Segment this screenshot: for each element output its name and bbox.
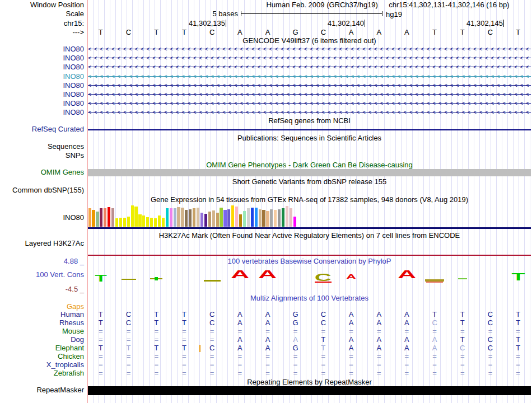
refseq-track-title[interactable]: RefSeq genes from NCBI [88,117,531,125]
multiz-gaps-label[interactable]: Gaps [67,303,84,311]
track-label-common-dbsnp[interactable]: Common dbSNP(155) [12,186,84,194]
multiz-aligned-base: = [460,327,465,335]
gencode-row-label[interactable]: INO80 [63,63,84,71]
track-label-100-vert-cons[interactable]: 100 Vert. Cons [36,271,84,279]
gtex-tissue-bar [189,209,192,227]
repeatmasker-element-bar[interactable] [88,386,531,395]
multiz-species-label[interactable]: Zebrafish [54,369,84,377]
multiz-aligned-base: A [293,336,298,343]
phylop-dash-glyph [426,282,443,283]
dna-base-letter: T [154,29,158,36]
gtex-tissue-bar [274,210,277,227]
multiz-species-label[interactable]: Mouse [62,327,84,335]
gencode-row-label[interactable]: INO80 [63,91,84,99]
multiz-aligned-base: = [460,369,465,377]
multiz-aligned-base: A [237,336,242,343]
phylop-letter: C [315,274,332,281]
multiz-aligned-base: T [321,336,325,343]
dna-base-letter: C [321,29,326,36]
chrom-label: chr15: [64,20,84,27]
gtex-gene-model-line[interactable] [88,227,531,229]
refseq-curated-gene-line[interactable] [88,129,531,130]
track-label-snps[interactable]: SNPs [66,152,84,160]
gencode-row-label[interactable]: INO80 [63,109,84,116]
dna-base-letter: A [349,29,354,36]
gencode-row-label[interactable]: INO80 [63,45,84,53]
window-position-label: Window Position [30,1,84,9]
gencode-row-label[interactable]: INO80 [63,100,84,107]
publications-track-title[interactable]: Publications: Sequences in Scientific Ar… [88,134,531,142]
gencode-track-title[interactable]: GENCODE V49lift37 (6 items filtered out) [88,37,531,45]
gtex-tissue-bar [293,217,296,227]
multiz-species-label[interactable]: Dog [71,336,84,344]
multiz-aligned-base: = [377,361,381,368]
scale-label: Scale [66,10,84,18]
gtex-tissue-bar [220,208,222,227]
dbsnp-track-title[interactable]: Short Genetic Variants from dbSNP releas… [88,178,531,186]
gtex-track-title[interactable]: Gene Expression in 54 tissues from GTEx … [88,196,531,204]
gtex-tissue-bar [251,208,254,227]
multiz-aligned-base: = [405,353,409,360]
gencode-transcript-row[interactable]: <<<<<<<<<<<<<<<<<<<<<<<<<<<<<<<<<<<<<<<<… [88,82,531,89]
gencode-transcript-row[interactable]: <<<<<<<<<<<<<<<<<<<<<<<<<<<<<<<<<<<<<<<<… [88,73,531,80]
multiz-aligned-base: A [376,311,381,318]
h3k27ac-track-title[interactable]: H3K27Ac Mark (Often Found Near Active Re… [88,232,531,240]
gencode-transcript-row[interactable]: <<<<<<<<<<<<<<<<<<<<<<<<<<<<<<<<<<<<<<<<… [88,91,531,98]
track-label-gtex-gene[interactable]: INO80 [63,214,84,222]
omim-track-title[interactable]: OMIM Gene Phenotypes - Dark Green Can Be… [88,161,531,169]
phylop-letter: A [258,270,277,278]
repeatmasker-track-title[interactable]: Repeating Elements by RepeatMasker [88,378,531,386]
multiz-aligned-base: = [154,327,158,335]
gtex-tissue-bar [115,218,118,227]
gtex-tissue-bar [100,208,102,227]
gencode-row-label[interactable]: INO80 [63,82,84,90]
multiz-aligned-base: = [321,369,326,377]
track-label-omim-genes[interactable]: OMIM Genes [41,168,84,176]
multiz-aligned-base: C [209,311,214,318]
multiz-track-title[interactable]: Multiz Alignments of 100 Vertebrates [88,294,531,302]
multiz-aligned-base: A [432,336,437,343]
multiz-aligned-base: = [237,353,242,360]
multiz-aligned-base: = [405,369,409,377]
gtex-tissue-bar [104,208,106,227]
multiz-species-label[interactable]: Chicken [58,353,84,360]
position-tick-mark [503,20,504,27]
multiz-aligned-base: = [237,361,242,368]
multiz-aligned-base: A [432,344,437,352]
track-label-sequences[interactable]: Sequences [48,143,84,151]
multiz-species-label[interactable]: X_tropicalis [46,361,84,369]
gencode-transcript-row[interactable]: <<<<<<<<<<<<<<<<<<<<<<<<<<<<<<<<<<<<<<<<… [88,55,531,62]
multiz-species-label[interactable]: Rhesus [59,319,84,327]
gtex-tissue-bar [270,209,273,227]
omim-gene-bar[interactable] [88,169,531,176]
multiz-aligned-base: = [182,369,186,377]
multiz-aligned-base: = [154,353,158,360]
gtex-tissue-bar [227,209,230,227]
multiz-aligned-base: = [293,327,298,335]
multiz-aligned-base: = [182,361,186,368]
track-label-layered-h3k27ac[interactable]: Layered H3K27Ac [25,240,84,247]
gencode-transcript-row[interactable]: <<<<<<<<<<<<<<<<<<<<<<<<<<<<<<<<<<<<<<<<… [88,109,531,116]
h3k27ac-baseline[interactable] [88,255,531,256]
gencode-transcript-row[interactable]: <<<<<<<<<<<<<<<<<<<<<<<<<<<<<<<<<<<<<<<<… [88,64,531,71]
gtex-tissue-bar [290,208,292,227]
gtex-tissue-bar [158,215,161,227]
phylop-track-title[interactable]: 100 vertebrates Basewise Conservation by… [88,257,531,265]
track-label-repeatmasker[interactable]: RepeatMasker [36,386,84,394]
multiz-aligned-base: = [99,361,103,368]
gencode-transcript-row[interactable]: <<<<<<<<<<<<<<<<<<<<<<<<<<<<<<<<<<<<<<<<… [88,46,531,53]
multiz-aligned-base: = [127,336,131,343]
multiz-species-label[interactable]: Elephant [55,344,84,352]
left-strand-arrows-icon: <<<<<<<<<<<<<<<<<<<<<<<<<<<<<<<<<<<<<<<<… [88,55,531,62]
multiz-species-label[interactable]: Human [60,311,84,318]
multiz-aligned-base: A [349,311,354,318]
gencode-row-label[interactable]: INO80 [63,54,84,62]
gtex-tissue-bar [146,217,149,227]
gencode-row-label[interactable]: INO80 [63,73,84,81]
gtex-tissue-bar [150,218,153,227]
multiz-aligned-base: = [265,353,270,360]
gencode-transcript-row[interactable]: <<<<<<<<<<<<<<<<<<<<<<<<<<<<<<<<<<<<<<<<… [88,100,531,107]
multiz-aligned-base: = [99,353,103,360]
track-label-refseq-curated[interactable]: RefSeq Curated [32,125,84,133]
multiz-aligned-base: = [516,353,520,360]
